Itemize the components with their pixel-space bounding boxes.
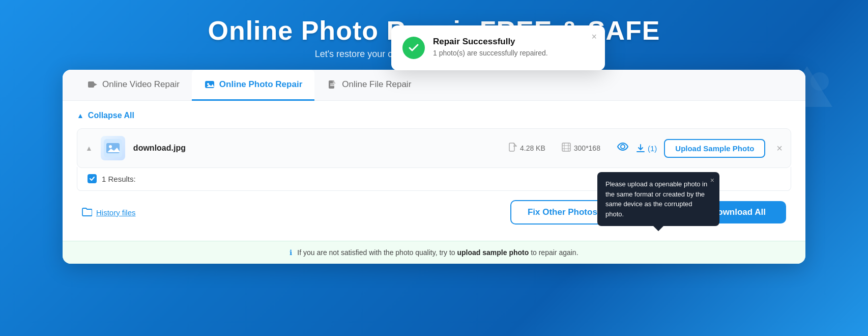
svg-rect-16 — [562, 143, 570, 151]
file-size-meta: 4.28 KB — [509, 143, 545, 154]
fix-other-label: Fix Other Photos — [528, 207, 597, 217]
folder-icon — [82, 207, 92, 218]
tab-video-label: Online Video Repair — [102, 79, 180, 90]
file-name: download.jpg — [133, 144, 501, 153]
photo-tab-icon — [204, 79, 215, 90]
upload-tooltip: × Please upload a openable photo in the … — [597, 172, 719, 226]
preview-button[interactable] — [617, 141, 629, 156]
svg-point-1 — [811, 72, 829, 91]
toast-subtitle: 1 photo(s) are successfully repaired. — [433, 49, 548, 57]
dimensions-icon — [562, 143, 571, 154]
toast-notification: × Repair Successfully 1 photo(s) are suc… — [391, 25, 605, 70]
info-bold: upload sample photo — [457, 248, 529, 257]
file-size: 4.28 KB — [520, 144, 545, 152]
file-dimensions-meta: 300*168 — [562, 143, 600, 154]
collapse-all-btn[interactable]: ▲ Collapse All — [77, 111, 791, 120]
tabs-bar: Online Video Repair Online Photo Repair … — [63, 70, 805, 101]
file-remove-button[interactable]: × — [776, 143, 783, 154]
toast-content: Repair Successfully 1 photo(s) are succe… — [433, 37, 548, 57]
svg-point-13 — [109, 145, 112, 148]
svg-point-5 — [207, 83, 209, 85]
results-checkbox[interactable] — [88, 174, 97, 183]
results-count: 1 Results: — [102, 175, 136, 183]
file-dimensions: 300*168 — [574, 144, 600, 152]
tab-video[interactable]: Online Video Repair — [75, 70, 192, 101]
card-body: ▲ Collapse All ▲ download.jpg 4.28 KB — [63, 101, 805, 241]
file-row: ▲ download.jpg 4.28 KB — [77, 128, 791, 168]
file-tab-icon — [327, 79, 338, 90]
info-suffix: to repair again. — [531, 248, 578, 257]
download-count-label: (1) — [648, 144, 657, 153]
svg-rect-15 — [509, 143, 514, 151]
svg-marker-3 — [94, 83, 97, 86]
collapse-all-label: Collapse All — [88, 111, 134, 120]
toast-title: Repair Successfully — [433, 37, 548, 47]
info-prefix: If you are not satisfied with the photo … — [297, 248, 457, 257]
upload-sample-button[interactable]: Upload Sample Photo — [664, 139, 765, 158]
toast-success-icon — [402, 37, 425, 59]
download-all-label: Download All — [711, 207, 766, 217]
svg-rect-2 — [88, 81, 94, 88]
tooltip-text: Please upload a openable photo in the sa… — [605, 180, 707, 218]
file-expand-icon[interactable]: ▲ — [85, 144, 93, 152]
history-files-link[interactable]: History files — [82, 207, 136, 218]
file-actions: (1) Upload Sample Photo × — [617, 139, 783, 158]
upload-sample-label: Upload Sample Photo — [675, 144, 754, 153]
toast-close-button[interactable]: × — [591, 32, 597, 42]
history-files-label: History files — [96, 208, 136, 217]
tab-file-label: Online File Repair — [342, 79, 411, 90]
video-tab-icon — [87, 79, 98, 90]
tooltip-arrow — [653, 226, 663, 231]
chevron-up-icon: ▲ — [77, 111, 84, 120]
info-bar: ℹ If you are not satisfied with the phot… — [63, 241, 805, 264]
main-card: Online Video Repair Online Photo Repair … — [63, 70, 805, 264]
file-thumbnail — [101, 136, 125, 160]
file-size-icon — [509, 143, 517, 154]
tab-photo[interactable]: Online Photo Repair — [192, 70, 314, 101]
info-icon: ℹ — [290, 248, 292, 257]
download-count-button[interactable]: (1) — [636, 144, 657, 153]
tab-photo-label: Online Photo Repair — [219, 79, 302, 90]
svg-point-21 — [621, 145, 625, 149]
tooltip-close-button[interactable]: × — [710, 176, 714, 184]
tab-file[interactable]: Online File Repair — [314, 70, 423, 101]
